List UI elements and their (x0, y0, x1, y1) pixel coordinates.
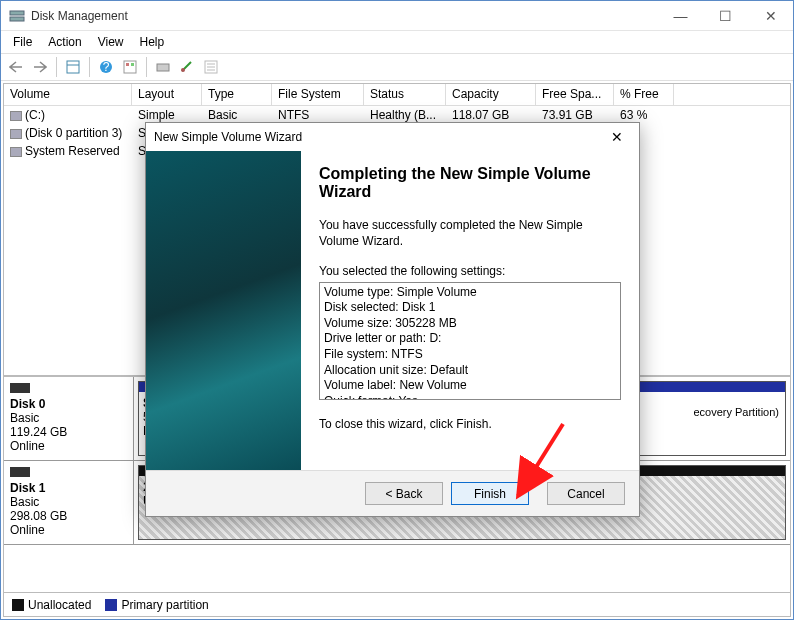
svg-rect-1 (10, 17, 24, 21)
wizard-setting-line: Drive letter or path: D: (324, 331, 616, 347)
svg-rect-9 (157, 64, 169, 71)
wizard-sidebar-image (146, 151, 301, 470)
disk0-size: 119.24 GB (10, 425, 67, 439)
col-capacity[interactable]: Capacity (446, 84, 536, 105)
wizard-text-close-hint: To close this wizard, click Finish. (319, 416, 621, 432)
col-type[interactable]: Type (202, 84, 272, 105)
wizard-setting-line: Allocation unit size: Default (324, 363, 616, 379)
legend-primary: Primary partition (121, 598, 208, 612)
col-volume[interactable]: Volume (4, 84, 132, 105)
svg-text:?: ? (103, 60, 110, 74)
col-pct[interactable]: % Free (614, 84, 674, 105)
disk0-partition-recovery-text: ecovery Partition) (693, 406, 779, 418)
wizard-title: New Simple Volume Wizard (154, 130, 603, 144)
menu-view[interactable]: View (90, 33, 132, 51)
wizard-setting-line: Volume type: Simple Volume (324, 285, 616, 301)
disk1-state: Online (10, 523, 45, 537)
back-button[interactable]: < Back (365, 482, 443, 505)
disk0-name: Disk 0 (10, 397, 45, 411)
wizard-setting-line: Quick format: Yes (324, 394, 616, 400)
disk1-name: Disk 1 (10, 481, 45, 495)
wizard-setting-line: Volume size: 305228 MB (324, 316, 616, 332)
wizard-text-success: You have successfully completed the New … (319, 217, 621, 249)
svg-rect-8 (131, 63, 134, 66)
back-icon[interactable] (5, 56, 27, 78)
svg-rect-6 (124, 61, 136, 73)
col-status[interactable]: Status (364, 84, 446, 105)
legend-unalloc: Unallocated (28, 598, 91, 612)
window-title: Disk Management (31, 9, 658, 23)
disk0-label: Disk 0 Basic 119.24 GB Online (4, 377, 134, 460)
disk1-size: 298.08 GB (10, 509, 67, 523)
menu-action[interactable]: Action (40, 33, 89, 51)
wizard-setting-line: Disk selected: Disk 1 (324, 300, 616, 316)
wizard-text-settings-label: You selected the following settings: (319, 263, 621, 279)
view-icon[interactable] (119, 56, 141, 78)
new-simple-volume-wizard: New Simple Volume Wizard ✕ Completing th… (145, 122, 640, 517)
disk1-label: Disk 1 Basic 298.08 GB Online (4, 461, 134, 544)
svg-rect-7 (126, 63, 129, 66)
app-icon (9, 8, 25, 24)
properties-icon[interactable] (62, 56, 84, 78)
help-icon[interactable]: ? (95, 56, 117, 78)
disk0-kind: Basic (10, 411, 39, 425)
svg-rect-2 (67, 61, 79, 73)
refresh-icon[interactable] (152, 56, 174, 78)
wizard-settings-box[interactable]: Volume type: Simple VolumeDisk selected:… (319, 282, 621, 400)
wizard-button-row: < Back Finish Cancel (146, 470, 639, 516)
col-fs[interactable]: File System (272, 84, 364, 105)
finish-button[interactable]: Finish (451, 482, 529, 505)
titlebar: Disk Management ― ☐ ✕ (1, 1, 793, 31)
toolbar: ? (1, 53, 793, 81)
close-button[interactable]: ✕ (748, 1, 793, 30)
wizard-setting-line: File system: NTFS (324, 347, 616, 363)
menu-file[interactable]: File (5, 33, 40, 51)
col-layout[interactable]: Layout (132, 84, 202, 105)
forward-icon[interactable] (29, 56, 51, 78)
menu-help[interactable]: Help (132, 33, 173, 51)
action-icon[interactable] (176, 56, 198, 78)
disk1-kind: Basic (10, 495, 39, 509)
minimize-button[interactable]: ― (658, 1, 703, 30)
wizard-heading: Completing the New Simple Volume Wizard (319, 165, 621, 201)
legend: Unallocated Primary partition (4, 592, 790, 616)
list-icon[interactable] (200, 56, 222, 78)
wizard-close-icon[interactable]: ✕ (603, 129, 631, 145)
maximize-button[interactable]: ☐ (703, 1, 748, 30)
col-free[interactable]: Free Spa... (536, 84, 614, 105)
cancel-button[interactable]: Cancel (547, 482, 625, 505)
svg-point-10 (181, 68, 185, 72)
svg-rect-0 (10, 11, 24, 15)
wizard-setting-line: Volume label: New Volume (324, 378, 616, 394)
disk0-state: Online (10, 439, 45, 453)
volume-grid-header: Volume Layout Type File System Status Ca… (4, 84, 790, 106)
menubar: File Action View Help (1, 31, 793, 53)
